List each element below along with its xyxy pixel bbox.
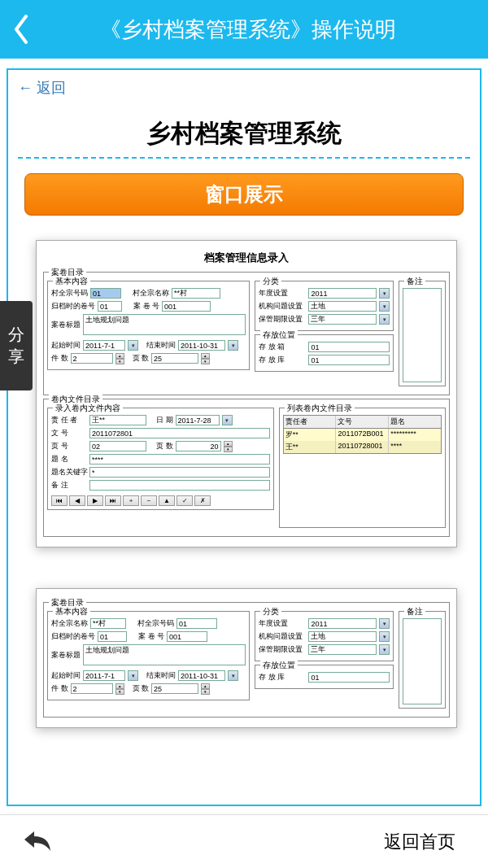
- th-docno: 文号: [336, 416, 389, 428]
- field-store-2[interactable]: 01: [308, 672, 390, 683]
- nav-add[interactable]: +: [123, 495, 139, 506]
- th-resp: 责任者: [284, 416, 337, 428]
- field-subject[interactable]: ****: [89, 454, 270, 465]
- field-start-2[interactable]: 2011-7-1: [83, 670, 125, 681]
- field-year[interactable]: 2011: [308, 288, 377, 299]
- field-fileno-2[interactable]: 001: [167, 631, 207, 642]
- field-store[interactable]: 01: [308, 355, 390, 365]
- label-title-2: 案卷标题: [51, 650, 81, 661]
- label-archno-2: 归档时的卷号: [51, 631, 95, 642]
- nav-last[interactable]: ⏭: [105, 495, 121, 506]
- field-archno-2[interactable]: 01: [98, 631, 127, 642]
- label-keyword: 题名关键字: [51, 467, 87, 478]
- table-row[interactable]: 罗** 2011072B001 *********: [284, 429, 441, 441]
- label-title: 案卷标题: [51, 320, 81, 330]
- dropdown-icon[interactable]: ▾: [379, 631, 390, 642]
- cell: 20110728001: [336, 441, 389, 453]
- legend-store-2: 存放位置: [260, 660, 298, 671]
- field-end[interactable]: 2011-10-31: [178, 340, 225, 351]
- nav-first[interactable]: ⏮: [51, 495, 68, 506]
- section-banner: 窗口展示: [24, 173, 464, 216]
- field-code-2[interactable]: 01: [176, 618, 217, 629]
- field-villname-2[interactable]: **村: [90, 618, 126, 629]
- field-resp[interactable]: 王**: [89, 415, 146, 425]
- dropdown-icon[interactable]: ▾: [379, 288, 390, 299]
- field-count-2[interactable]: 2: [71, 683, 113, 694]
- dropdown-icon[interactable]: ▾: [222, 415, 233, 425]
- field-archno[interactable]: 01: [98, 301, 122, 312]
- group-basic: 基本内容 村全宗号码 01 村全宗名称 **村 归档时的卷号 01: [47, 281, 250, 370]
- label-archno: 归档时的卷号: [51, 301, 95, 312]
- field-code[interactable]: 01: [90, 288, 121, 299]
- field-keyword[interactable]: *: [89, 467, 270, 478]
- field-start[interactable]: 2011-7-1: [83, 340, 125, 351]
- share-tab[interactable]: 分 享: [0, 301, 33, 390]
- field-pages[interactable]: 25: [151, 353, 198, 364]
- label-keep: 保管期限设置: [259, 314, 306, 325]
- field-title[interactable]: 土地规划问题: [83, 314, 246, 335]
- content-frame: ← 返回 乡村档案管理系统 窗口展示 档案管理信息录入 案卷目录 基本内容 村全…: [7, 68, 481, 806]
- dropdown-icon[interactable]: ▾: [379, 644, 390, 655]
- field-keep-2[interactable]: 三年: [308, 644, 377, 655]
- spinner-icon[interactable]: ▴▾: [224, 441, 233, 451]
- field-end-2[interactable]: 2011-10-31: [178, 670, 225, 681]
- field-keep[interactable]: 三年: [308, 314, 377, 325]
- header-title: 《乡村档案管理系统》操作说明: [62, 15, 475, 44]
- reply-icon[interactable]: [23, 828, 52, 856]
- label-start: 起始时间: [51, 340, 81, 351]
- dropdown-icon[interactable]: ▾: [228, 340, 238, 351]
- field-fileno[interactable]: 001: [162, 301, 211, 312]
- label-resp: 责 任 者: [51, 415, 87, 425]
- record-navigator: ⏮ ◀ ▶ ⏭ + − ▲ ✓ ✗: [51, 495, 270, 506]
- dropdown-icon[interactable]: ▾: [379, 301, 390, 312]
- label-pages: 页 数: [133, 353, 150, 364]
- nav-prev[interactable]: ◀: [69, 495, 85, 506]
- label-pgcnt: 页 数: [156, 441, 173, 451]
- spinner-icon[interactable]: ▴▾: [115, 353, 124, 364]
- home-link[interactable]: 返回首页: [384, 830, 455, 854]
- field-date[interactable]: 2011-7-28: [176, 415, 220, 425]
- field-note[interactable]: [89, 480, 270, 491]
- field-docno[interactable]: 2011072801: [89, 428, 270, 438]
- dropdown-icon[interactable]: ▾: [128, 670, 138, 681]
- dropdown-icon[interactable]: ▾: [228, 670, 238, 681]
- share-char-2: 享: [8, 346, 24, 368]
- field-count[interactable]: 2: [71, 353, 113, 364]
- field-pages-2[interactable]: 25: [151, 683, 198, 694]
- dropdown-icon[interactable]: ▾: [128, 340, 138, 351]
- nav-next[interactable]: ▶: [87, 495, 103, 506]
- bottom-bar: 返回首页: [0, 814, 488, 868]
- spinner-icon[interactable]: ▴▾: [201, 683, 210, 694]
- nav-save[interactable]: ✓: [176, 495, 193, 506]
- field-remark-2[interactable]: [403, 618, 442, 704]
- spinner-icon[interactable]: ▴▾: [201, 353, 210, 364]
- field-org[interactable]: 土地: [308, 301, 377, 312]
- field-org-2[interactable]: 土地: [308, 631, 377, 642]
- field-box[interactable]: 01: [308, 342, 390, 352]
- group-list: 列表卷内文件目录 责任者 文号 题名 罗** 2011072B001 *****…: [279, 408, 446, 528]
- legend-class-2: 分类: [260, 606, 281, 617]
- field-title-2[interactable]: 土地规划问题: [83, 644, 246, 665]
- nav-remove[interactable]: −: [141, 495, 157, 506]
- label-store-2: 存 放 库: [259, 672, 306, 683]
- group-input: 录入卷内文件内容 责 任 者王**日 期2011-7-28▾ 文 号201107…: [47, 408, 274, 510]
- spinner-icon[interactable]: ▴▾: [115, 683, 124, 694]
- label-code: 村全宗号码: [51, 288, 88, 299]
- label-count-2: 件 数: [51, 683, 68, 694]
- screenshot-panel-2: 案卷目录 基本内容 村全宗名称 **村 村全宗号码 01 归档时的卷号: [36, 588, 457, 728]
- nav-edit[interactable]: ▲: [159, 495, 175, 506]
- field-villname[interactable]: **村: [172, 288, 220, 299]
- group-remark: 备注: [399, 281, 446, 386]
- nav-cancel[interactable]: ✗: [194, 495, 211, 506]
- field-pgcnt[interactable]: 20: [176, 441, 221, 451]
- field-pgno[interactable]: 02: [89, 441, 146, 451]
- back-link[interactable]: ← 返回: [18, 78, 470, 98]
- field-year-2[interactable]: 2011: [308, 618, 377, 629]
- back-icon[interactable]: [13, 15, 29, 44]
- dropdown-icon[interactable]: ▾: [379, 314, 390, 325]
- table-row[interactable]: 王** 20110728001 ****: [284, 441, 441, 453]
- label-pgno: 页 号: [51, 441, 87, 451]
- dropdown-icon[interactable]: ▾: [379, 618, 390, 629]
- group-catalog-2: 案卷目录 基本内容 村全宗名称 **村 村全宗号码 01 归档时的卷号: [43, 602, 450, 718]
- field-remark[interactable]: [403, 288, 442, 382]
